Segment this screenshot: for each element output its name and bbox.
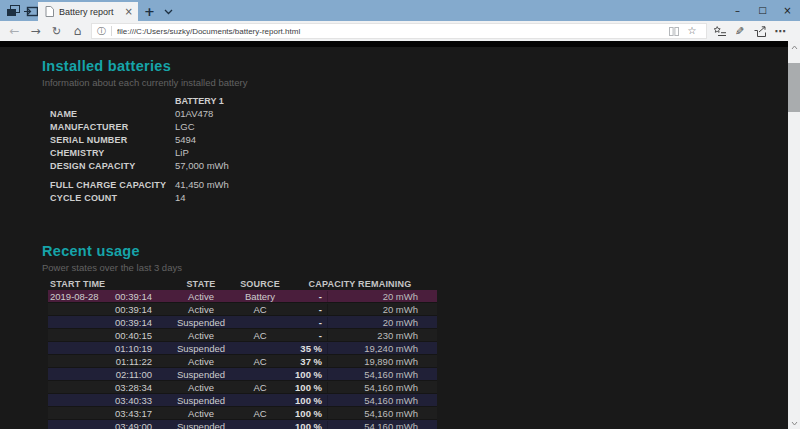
- annotate-button[interactable]: ✎: [730, 22, 750, 40]
- vertical-scrollbar[interactable]: [788, 41, 800, 429]
- battery-info-value: LiP: [175, 147, 189, 158]
- tab-bar: Battery report × + – □ ×: [0, 0, 800, 21]
- hub-button[interactable]: [710, 22, 730, 40]
- close-window-button[interactable]: ×: [775, 0, 800, 21]
- tab-close-icon[interactable]: ×: [125, 7, 133, 17]
- battery-info-table: BATTERY 1 NAME01AV478MANUFACTURERLGCSERI…: [50, 94, 788, 204]
- cell-state: Active: [165, 408, 237, 419]
- cell-capacity-mwh: 54,160 mWh: [327, 382, 437, 393]
- cell-start-time: 2019-08-2800:39:14: [48, 291, 165, 302]
- cell-start-time: 01:11:22: [48, 356, 165, 367]
- more-options-icon: ⋯: [775, 26, 786, 37]
- address-bar[interactable]: ⓘ ☆: [91, 23, 707, 39]
- cell-state: Suspended: [165, 317, 237, 328]
- battery-info-label: DESIGN CAPACITY: [50, 161, 175, 171]
- more-options-button[interactable]: ⋯: [770, 22, 790, 40]
- cell-percent: 37 %: [283, 356, 327, 367]
- section-subtitle-recent-usage: Power states over the last 3 days: [42, 261, 788, 274]
- minimize-button[interactable]: –: [725, 0, 750, 21]
- table-row: 03:28:34ActiveAC100 %54,160 mWh: [48, 381, 437, 394]
- cell-start-time: 02:11:00: [48, 369, 165, 380]
- cell-percent: -: [283, 330, 327, 341]
- cell-start-time: 03:43:17: [48, 408, 165, 419]
- forward-button[interactable]: →: [25, 22, 46, 40]
- tab-preview-button[interactable]: [160, 2, 176, 21]
- cell-capacity-mwh: 54,160 mWh: [327, 408, 437, 419]
- start-time-text: 00:39:14: [115, 291, 165, 302]
- cell-capacity-mwh: 20 mWh: [327, 304, 437, 315]
- page-favicon: [45, 6, 54, 17]
- back-button[interactable]: ←: [4, 22, 25, 40]
- section-title-installed-batteries: Installed batteries: [42, 57, 788, 75]
- usage-table: START TIME STATE SOURCE CAPACITY REMAINI…: [48, 277, 437, 429]
- scrollbar-thumb[interactable]: [788, 63, 800, 112]
- section-subtitle-installed-batteries: Information about each currently install…: [42, 76, 788, 89]
- start-time-text: 01:11:22: [116, 356, 165, 367]
- tabs-set-aside-icon: [6, 5, 20, 17]
- cell-source: Battery: [237, 291, 283, 302]
- share-button[interactable]: [750, 22, 770, 40]
- header-source: SOURCE: [237, 279, 283, 289]
- battery-info-row: NAME01AV478: [50, 107, 788, 120]
- start-time-text: 03:28:34: [115, 382, 165, 393]
- battery-info-row: CHEMISTRYLiP: [50, 146, 788, 159]
- chevron-down-icon: [791, 421, 798, 426]
- cell-state: Active: [165, 291, 237, 302]
- usage-table-header-row: START TIME STATE SOURCE CAPACITY REMAINI…: [48, 277, 437, 290]
- table-row: 2019-08-2800:39:14ActiveBattery-20 mWh: [48, 290, 437, 303]
- table-row: 03:49:00Suspended100 %54,160 mWh: [48, 420, 437, 429]
- scroll-up-button[interactable]: [788, 41, 800, 53]
- header-capacity-remaining: CAPACITY REMAINING: [283, 279, 437, 289]
- maximize-button[interactable]: □: [750, 0, 775, 21]
- start-time-text: 02:11:00: [116, 369, 165, 380]
- chevron-up-icon: [791, 45, 798, 50]
- url-input[interactable]: [117, 27, 665, 36]
- cell-capacity-mwh: 54,160 mWh: [327, 369, 437, 380]
- battery-info-value: 57,000 mWh: [175, 160, 229, 171]
- cell-start-time: 03:28:34: [48, 382, 165, 393]
- cell-state: Suspended: [165, 395, 237, 406]
- table-row: 03:40:33Suspended100 %54,160 mWh: [48, 394, 437, 407]
- cell-percent: 100 %: [283, 382, 327, 393]
- cell-capacity-mwh: 54,160 mWh: [327, 421, 437, 429]
- site-info-icon[interactable]: ⓘ: [97, 27, 106, 36]
- table-row: 00:39:14Suspended-20 mWh: [48, 316, 437, 329]
- cell-percent: 100 %: [283, 421, 327, 429]
- home-button[interactable]: ⌂: [67, 22, 88, 40]
- battery-info-row: SERIAL NUMBER5494: [50, 133, 788, 146]
- refresh-button[interactable]: ↻: [46, 22, 67, 40]
- cell-source: AC: [237, 408, 283, 419]
- tab-title: Battery report: [59, 7, 125, 17]
- cell-capacity-mwh: 19,890 mWh: [327, 356, 437, 367]
- scroll-down-button[interactable]: [788, 417, 800, 429]
- cell-state: Active: [165, 304, 237, 315]
- chevron-down-icon: [164, 9, 173, 15]
- battery-info-label: FULL CHARGE CAPACITY: [50, 180, 175, 190]
- cell-capacity-mwh: 20 mWh: [327, 291, 437, 302]
- tab-battery-report[interactable]: Battery report ×: [38, 2, 138, 21]
- favorite-star-icon[interactable]: ☆: [683, 26, 701, 36]
- battery-info-value: 5494: [175, 134, 196, 145]
- battery-info-label: CYCLE COUNT: [50, 193, 175, 203]
- cell-percent: 35 %: [283, 343, 327, 354]
- browser-toolbar: ← → ↻ ⌂ ⓘ ☆: [0, 21, 800, 41]
- new-tab-button[interactable]: +: [141, 2, 158, 21]
- start-time-text: 01:10:19: [115, 343, 165, 354]
- cell-state: Suspended: [165, 343, 237, 354]
- battery-info-value: LGC: [175, 121, 195, 132]
- cell-capacity-mwh: 230 mWh: [327, 330, 437, 341]
- battery-info-label: MANUFACTURER: [50, 122, 175, 132]
- cell-source: AC: [237, 382, 283, 393]
- tabs-set-aside-button[interactable]: [5, 4, 20, 17]
- annotate-pen-icon: ✎: [735, 26, 744, 37]
- start-time-text: 03:43:17: [115, 408, 165, 419]
- start-time-text: 00:39:14: [115, 304, 165, 315]
- page-top-strip: [0, 41, 788, 47]
- battery-info-label: SERIAL NUMBER: [50, 135, 175, 145]
- cell-source: AC: [237, 304, 283, 315]
- battery-info-value: 01AV478: [175, 108, 213, 119]
- table-row: 00:40:15ActiveAC-230 mWh: [48, 329, 437, 342]
- hub-favorites-icon: [714, 26, 726, 37]
- set-tabs-aside-button[interactable]: [23, 4, 38, 17]
- reading-view-button[interactable]: [665, 27, 683, 36]
